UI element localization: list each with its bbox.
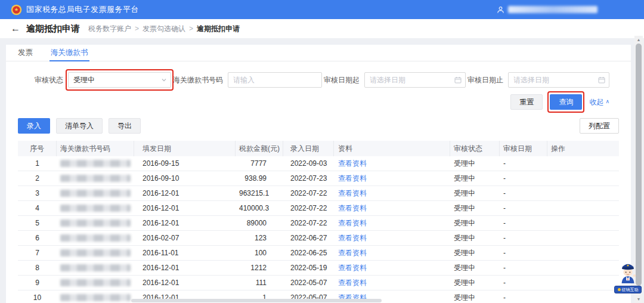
table-row: 92016-12-011112022-05-07查看资料受理中- [18, 276, 619, 290]
redacted-block [60, 279, 131, 286]
page-title: 逾期抵扣申请 [26, 23, 80, 35]
view-material-link[interactable]: 查看资料 [338, 234, 367, 242]
filter-customs-number: 海关缴款书号码 [173, 72, 322, 88]
review-date-from-input[interactable] [364, 72, 466, 88]
column-config-button[interactable]: 列配置 [580, 118, 619, 134]
review-status-select[interactable]: 受理中 [68, 72, 171, 88]
app-title: 国家税务总局电子发票服务平台 [26, 4, 139, 15]
review-status-label: 审核状态 [35, 75, 63, 85]
tab-invoice[interactable]: 发票 [18, 45, 33, 61]
issue-date-cell: 2016-12-01 [134, 276, 236, 290]
entry-date-cell: 2022-06-27 [283, 231, 334, 245]
issue-date-cell: 2016-09-15 [134, 156, 236, 171]
breadcrumb: 税务数字账户 > 发票勾选确认 > 逾期抵扣申请 [88, 24, 240, 34]
calendar-icon [454, 76, 462, 84]
back-arrow-icon[interactable]: ← [11, 24, 20, 33]
collapse-link[interactable]: 收起 ∧ [589, 97, 609, 107]
col-review-status: 审核状态 [450, 141, 500, 156]
scroll-up-icon[interactable]: ▲ [634, 36, 643, 44]
user-menu[interactable] [497, 6, 597, 14]
export-button[interactable]: 导出 [109, 118, 141, 134]
issue-date-cell: 2016-09-10 [134, 171, 236, 185]
actions-cell [547, 290, 619, 303]
customs-number-input[interactable] [228, 72, 322, 88]
row-index: 10 [18, 290, 57, 303]
review-status-cell: 受理中 [450, 276, 500, 290]
table-row: 82016-12-0112122022-05-19查看资料受理中- [18, 261, 619, 276]
col-entry-date: 录入日期 [283, 141, 334, 156]
table-row: 72016-11-011002022-06-25查看资料受理中- [18, 246, 619, 261]
assistant-widget[interactable]: 征纳互动 [614, 261, 642, 293]
row-index: 4 [18, 201, 57, 215]
scroll-down-icon[interactable]: ▼ [634, 295, 643, 303]
review-date-cell: - [500, 156, 547, 171]
review-date-cell: - [500, 276, 547, 290]
view-material-link[interactable]: 查看资料 [338, 174, 367, 183]
breadcrumb-separator: > [189, 24, 193, 33]
material-cell: 查看资料 [334, 156, 450, 171]
redacted-block [60, 219, 131, 227]
material-cell: 查看资料 [334, 201, 450, 215]
row-index: 9 [18, 276, 57, 290]
issue-date-cell: 2016-12-01 [134, 261, 236, 275]
table-row: 42016-12-01410000.32022-07-22查看资料受理中- [18, 201, 619, 216]
customs-number-cell [57, 171, 134, 185]
actions-cell [547, 231, 619, 245]
review-status-cell: 受理中 [450, 290, 500, 303]
tax-amount-cell: 410000.3 [236, 201, 283, 215]
reset-button[interactable]: 重置 [510, 94, 543, 110]
table-row: 32016-12-01963215.12022-07-22查看资料受理中- [18, 186, 619, 201]
view-material-link[interactable]: 查看资料 [338, 249, 367, 257]
filter-review-date-to: 审核日期止 [467, 72, 609, 88]
review-date-cell: - [500, 246, 547, 260]
col-material: 资料 [334, 141, 450, 156]
issue-date-cell: 2016-12-01 [134, 216, 236, 230]
material-cell: 查看资料 [334, 246, 450, 260]
customs-number-label: 海关缴款书号码 [173, 75, 223, 85]
view-material-link[interactable]: 查看资料 [338, 204, 367, 212]
actions-cell [547, 261, 619, 275]
table-row: 12016-09-1577772022-09-03查看资料受理中- [18, 156, 619, 171]
material-cell: 查看资料 [334, 231, 450, 245]
tax-amount-cell: 111 [236, 276, 283, 290]
breadcrumb-separator: > [135, 24, 139, 33]
user-name-redacted [508, 6, 597, 13]
tax-amount-cell: 1212 [236, 261, 283, 275]
review-date-cell: - [500, 171, 547, 185]
assistant-badge-icon [618, 288, 621, 291]
scrollbar-thumb[interactable] [636, 44, 642, 286]
customs-number-cell [57, 231, 134, 245]
view-material-link[interactable]: 查看资料 [338, 219, 367, 227]
customs-number-cell [57, 216, 134, 230]
breadcrumb-item[interactable]: 发票勾选确认 [143, 24, 185, 34]
breadcrumb-bar: ← 逾期抵扣申请 税务数字账户 > 发票勾选确认 > 逾期抵扣申请 [0, 19, 644, 38]
review-date-from-label: 审核日期起 [324, 75, 360, 85]
table-row: 22016-09-10938.992022-07-23查看资料受理中- [18, 171, 619, 186]
tab-bar: 发票 海关缴款书 [6, 45, 631, 61]
view-material-link[interactable]: 查看资料 [338, 189, 367, 197]
review-status-cell: 受理中 [450, 261, 500, 275]
review-status-cell: 受理中 [450, 201, 500, 215]
row-index: 8 [18, 261, 57, 275]
review-date-cell: - [500, 261, 547, 275]
review-date-cell: - [500, 201, 547, 215]
filter-review-status: 审核状态 受理中 [35, 72, 171, 88]
view-material-link[interactable]: 查看资料 [338, 264, 367, 272]
view-material-link[interactable]: 查看资料 [338, 279, 367, 287]
horizontal-scrollbar-thumb[interactable] [131, 299, 382, 302]
row-index: 7 [18, 246, 57, 260]
top-app-bar: 国家税务总局电子发票服务平台 [0, 0, 644, 19]
review-date-to-input[interactable] [508, 72, 609, 88]
breadcrumb-item[interactable]: 税务数字账户 [88, 24, 131, 34]
tab-customs-payment[interactable]: 海关缴款书 [51, 45, 88, 61]
list-import-button[interactable]: 清单导入 [56, 118, 103, 134]
table-header: 序号 海关缴款书号码 填发日期 税款金额(元) 录入日期 资料 审核状态 审核日… [18, 141, 619, 156]
entry-date-cell: 2022-05-19 [283, 261, 334, 275]
actions-cell [547, 216, 619, 230]
actions-cell [547, 276, 619, 290]
query-button[interactable]: 查询 [550, 94, 582, 110]
table-toolbar: 录入 清单导入 导出 列配置 [6, 118, 631, 134]
customs-number-cell [57, 276, 134, 290]
view-material-link[interactable]: 查看资料 [338, 159, 367, 168]
entry-button[interactable]: 录入 [18, 118, 50, 134]
